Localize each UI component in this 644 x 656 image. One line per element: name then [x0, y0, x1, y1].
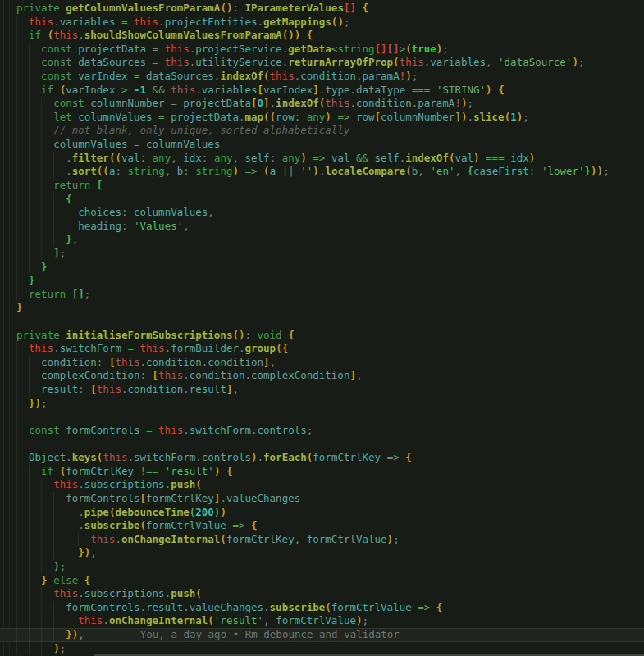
code-token: .	[78, 506, 84, 518]
code-token	[66, 288, 72, 300]
code-token: formControls	[66, 492, 139, 504]
code-token: initialiseFormSubscriptions	[66, 329, 232, 341]
code-line[interactable]: .filter((val: any, idx: any, self: any) …	[16, 152, 644, 166]
code-line[interactable]: const dataSources = this.utilityService.…	[16, 56, 644, 70]
code-token: :	[529, 165, 541, 177]
code-token: onChangeInternal	[121, 533, 220, 545]
code-line[interactable]	[16, 438, 644, 452]
code-line[interactable]: }	[16, 261, 644, 275]
code-line[interactable]: columnValues = columnValues	[16, 138, 644, 152]
code-line[interactable]: formControls[formCtrlKey].valueChanges	[16, 492, 644, 506]
code-token: condition	[127, 383, 183, 395]
code-line[interactable]: .sort((a: string, b: string) => (a || ''…	[16, 165, 644, 179]
code-line[interactable]: const projectData = this.projectService.…	[16, 43, 644, 57]
code-line[interactable]: .subscribe(formCtrlValue => {	[16, 519, 644, 533]
code-line[interactable]: this.onChangeInternal('result', formCtrl…	[16, 614, 644, 628]
code-token: ,	[72, 233, 79, 245]
code-line[interactable]	[16, 315, 644, 329]
code-token: .	[220, 492, 226, 504]
code-line[interactable]: this.subscriptions.push(	[16, 587, 644, 601]
code-token: :	[270, 152, 282, 164]
code-line[interactable]: });	[16, 397, 644, 411]
code-token: =>	[239, 165, 263, 177]
code-line[interactable]: private getColumnValuesFromParamA(): IPa…	[16, 2, 644, 16]
code-line[interactable]: choices: columnValues,	[16, 206, 644, 220]
code-line[interactable]: }	[16, 301, 644, 315]
code-line[interactable]: formControls.result.valueChanges.subscri…	[16, 601, 644, 615]
code-token: self	[375, 152, 400, 164]
code-token: })	[29, 397, 41, 409]
code-token: )	[486, 84, 492, 96]
code-token: string	[195, 165, 232, 177]
code-line[interactable]: const varIndex = dataSources.indexOf(thi…	[16, 70, 644, 84]
indent-guides	[16, 84, 41, 98]
indent-guides	[16, 438, 29, 452]
code-line[interactable]: private initialiseFormSubscriptions(): v…	[16, 329, 644, 343]
code-token: private	[16, 329, 66, 341]
code-line[interactable]: result: [this.condition.result],	[16, 383, 644, 397]
code-token: )	[473, 152, 480, 164]
indent-guides	[16, 124, 53, 138]
code-token: 'result'	[214, 614, 263, 626]
indent-guides	[16, 642, 53, 656]
code-token: (	[405, 43, 412, 55]
indent-guides	[16, 16, 29, 30]
code-token: this	[134, 16, 158, 28]
code-line[interactable]	[16, 410, 644, 424]
code-token: this	[158, 424, 183, 436]
code-line[interactable]: Object.keys(this.switchForm.controls).fo…	[16, 451, 644, 465]
code-token: this	[103, 451, 127, 463]
code-token: valueChanges	[190, 601, 263, 613]
indent-guides	[16, 56, 41, 70]
code-token: 'STRING'	[436, 84, 486, 96]
code-token: ;	[412, 70, 418, 82]
code-token: ))	[591, 165, 603, 177]
code-line[interactable]: }	[16, 274, 644, 288]
code-line[interactable]: }),	[16, 546, 644, 560]
code-line-current[interactable]: }),You, a day ago • Rm debounce and vali…	[0, 628, 644, 642]
indent-guides	[16, 220, 78, 234]
code-token: variables	[430, 56, 486, 68]
indent-guides	[16, 165, 66, 179]
code-line[interactable]: return [	[16, 179, 644, 193]
indent-guides	[16, 193, 66, 207]
code-token: .	[183, 601, 190, 613]
code-line[interactable]: condition: [this.condition.condition],	[16, 356, 644, 370]
indent-guides	[16, 506, 78, 520]
code-token: .	[349, 84, 356, 96]
code-line[interactable]: complexCondition: [this.condition.comple…	[16, 369, 644, 383]
code-line[interactable]: let columnValues = projectData.map((row:…	[16, 111, 644, 125]
code-token: switchForm	[60, 342, 121, 354]
code-token: subscriptions	[84, 587, 165, 599]
code-line[interactable]: ];	[16, 247, 644, 261]
code-token: .	[183, 424, 190, 436]
code-token: let	[53, 111, 78, 123]
code-token: ;	[363, 614, 369, 626]
code-token: formCtrlValue	[331, 601, 412, 613]
code-line[interactable]: if (this.shouldShowColumnValuesFromParam…	[16, 29, 644, 43]
code-line[interactable]: const columnNumber = projectData[0].inde…	[16, 97, 644, 111]
code-editor[interactable]: private getColumnValuesFromParamA(): IPa…	[0, 0, 644, 656]
code-line[interactable]: {	[16, 193, 644, 207]
code-token: :	[78, 383, 90, 395]
code-line[interactable]: },	[16, 233, 644, 247]
indent-guides	[16, 533, 90, 547]
code-line[interactable]: // not blank, only unique, sorted alphab…	[16, 124, 644, 138]
git-blame-annotation[interactable]: You, a day ago • Rm debounce and validat…	[140, 628, 400, 640]
code-line[interactable]: if (formCtrlKey !== 'result') {	[16, 465, 644, 479]
code-token: =	[146, 43, 165, 55]
code-area[interactable]: private getColumnValuesFromParamA(): IPa…	[0, 0, 644, 656]
code-line[interactable]: .pipe(debounceTime(200))	[16, 506, 644, 520]
code-line[interactable]: this.variables = this.projectEntities.ge…	[16, 16, 644, 30]
code-line[interactable]: if (varIndex > -1 && this.variables[varI…	[16, 84, 644, 98]
code-line[interactable]: const formControls = this.switchForm.con…	[16, 424, 644, 438]
code-line[interactable]: this.onChangeInternal(formCtrlKey, formC…	[16, 533, 644, 547]
code-line[interactable]: this.switchForm = this.formBuilder.group…	[16, 342, 644, 356]
code-line[interactable]: this.subscriptions.push(	[16, 478, 644, 492]
code-token: this	[325, 97, 349, 109]
code-line[interactable]: heading: 'Values',	[16, 220, 644, 234]
code-line[interactable]: );	[16, 560, 644, 574]
code-token: =	[153, 111, 171, 123]
code-line[interactable]: return [];	[16, 288, 644, 302]
code-line[interactable]: } else {	[16, 574, 644, 588]
